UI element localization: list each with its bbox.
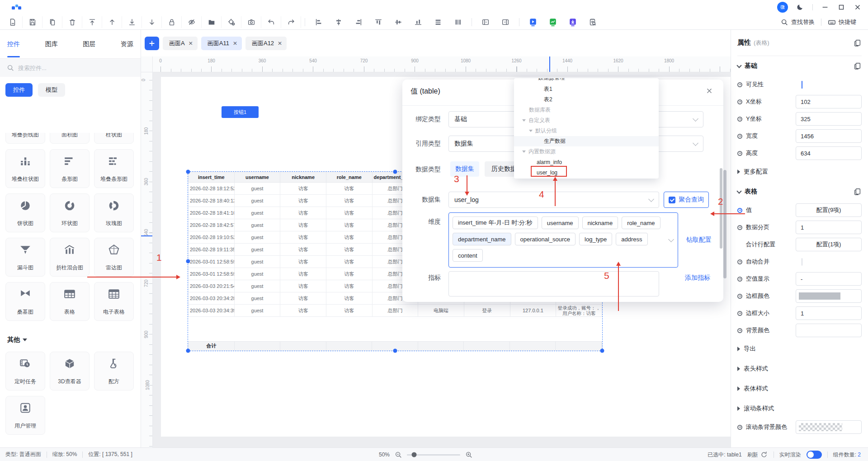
dimension-chip[interactable]: nickname <box>582 216 618 229</box>
minimize-icon[interactable] <box>821 3 829 11</box>
resize-handle[interactable] <box>600 349 604 353</box>
find-replace-button[interactable]: 查找替换 <box>774 18 821 26</box>
theme-moon-icon[interactable] <box>796 3 804 11</box>
widget-card-donut-chart[interactable]: 环状图 <box>50 193 90 232</box>
widget-list[interactable]: 堆叠折线图面积图柱状图堆叠柱状图条形图堆叠条形图饼状图环状图玫瑰图漏斗图折柱混合… <box>0 133 141 447</box>
resize-handle[interactable] <box>393 170 397 174</box>
add-screen-button[interactable] <box>145 37 159 50</box>
preview-badge-button[interactable] <box>523 16 543 28</box>
move-to-top-button[interactable] <box>82 16 102 28</box>
align-bottom-button[interactable] <box>408 16 428 28</box>
dimension-chip[interactable]: log_type <box>579 233 612 245</box>
tab-dataset[interactable]: 数据集 <box>450 161 479 177</box>
section-table-section[interactable]: 表格 <box>737 182 862 202</box>
tree-item-生产数据[interactable]: 生产数据 <box>514 136 659 146</box>
refresh-button[interactable]: 刷新 <box>747 451 768 459</box>
close-tab-icon[interactable]: ✕ <box>278 40 282 47</box>
widget-card-3d-viewer[interactable]: 3D查看器 <box>50 352 90 390</box>
delete-button[interactable] <box>62 16 82 28</box>
tree-item-表1[interactable]: 表1 <box>514 84 659 94</box>
visibility-checkbox[interactable] <box>802 81 802 89</box>
widget-card-spreadsheet[interactable]: 电子表格 <box>94 282 134 321</box>
height-input[interactable]: 634 <box>796 146 862 160</box>
align-right-button[interactable] <box>349 16 368 28</box>
section-export[interactable]: 导出 <box>737 339 862 359</box>
resource-add-button[interactable] <box>222 16 241 28</box>
dimension-chip[interactable]: role_name <box>622 216 660 229</box>
resize-handle[interactable] <box>393 349 397 353</box>
tree-item-内置数据源[interactable]: 内置数据源 <box>514 146 659 157</box>
tree-item-alarm_info[interactable]: alarm_info <box>514 157 659 167</box>
add-metric-link[interactable]: 添加指标 <box>685 274 710 282</box>
resize-handle[interactable] <box>186 349 190 353</box>
zoom-out-icon[interactable] <box>394 451 402 459</box>
background-color-input[interactable] <box>796 324 862 337</box>
scrollbar-bg-color-picker[interactable] <box>796 420 862 434</box>
metrics-field[interactable] <box>448 271 659 296</box>
zoom-slider[interactable] <box>407 454 460 456</box>
hide-button[interactable] <box>182 16 202 28</box>
dataset-select[interactable]: user_log <box>448 192 659 208</box>
close-tab-icon[interactable]: ✕ <box>189 40 193 47</box>
close-window-icon[interactable] <box>854 3 862 11</box>
align-center-horizontal-button[interactable] <box>388 16 408 28</box>
widget-card-rose-chart[interactable]: 玫瑰图 <box>94 193 134 232</box>
live-render-toggle[interactable] <box>807 451 822 459</box>
tree-item-默认分组[interactable]: 默认分组 <box>514 126 659 136</box>
value-button[interactable]: 配置(9项) <box>796 203 862 217</box>
widget-card-stacked-line-chart[interactable]: 堆叠折线图 <box>5 133 45 144</box>
sidebar-tab-控件[interactable]: 控件 <box>7 37 20 52</box>
section-body-style[interactable]: 表体样式 <box>737 379 862 399</box>
folder-button[interactable] <box>202 16 222 28</box>
widget-card-table-widget[interactable]: 表格 <box>50 282 90 321</box>
screen-tab-画面A[interactable]: 画面A✕ <box>163 37 198 50</box>
widget-card-timed-task[interactable]: 定时任务 <box>5 352 45 390</box>
close-tab-icon[interactable]: ✕ <box>233 40 237 47</box>
widget-card-area-chart[interactable]: 面积图 <box>50 133 90 144</box>
widget-card-bar-chart[interactable]: 条形图 <box>50 149 90 188</box>
dimension-chip[interactable]: content <box>453 249 483 262</box>
dimension-chip[interactable]: address <box>616 233 647 245</box>
screen-tab-画面A11[interactable]: 画面A11✕ <box>201 37 242 50</box>
empty-value-display-input[interactable]: - <box>796 272 862 286</box>
widget-card-user-management[interactable]: 用户管理 <box>5 396 45 435</box>
align-center-vertical-button[interactable] <box>329 16 349 28</box>
save-button[interactable] <box>23 16 42 28</box>
move-to-bottom-button[interactable] <box>122 16 142 28</box>
drill-config-link[interactable]: 钻取配置 <box>686 236 712 244</box>
lock-button[interactable] <box>162 16 182 28</box>
canvas-button-widget[interactable]: 按钮1 <box>222 106 259 118</box>
distribute-vertical-button[interactable] <box>448 16 468 28</box>
user-avatar[interactable]: 微 <box>777 2 788 13</box>
tree-item-user_log[interactable]: user_log <box>514 167 659 178</box>
section-header-style[interactable]: 表头样式 <box>737 359 862 379</box>
data-pagination-input[interactable]: 1 <box>796 221 862 234</box>
log-search-button[interactable] <box>583 16 603 28</box>
border-color-picker[interactable] <box>796 289 862 303</box>
tree-item-表2[interactable]: 表2 <box>514 94 659 105</box>
chart-badge-button[interactable] <box>543 16 563 28</box>
dimension-chip[interactable]: operational_source <box>515 233 576 245</box>
widget-section-header[interactable]: 其他 <box>5 334 134 346</box>
dimension-chip[interactable]: insert_time 年-月-日 时:分:秒 <box>453 216 538 229</box>
widget-card-pie-chart[interactable]: 饼状图 <box>5 193 45 232</box>
total-row-config-button[interactable]: 配置(1项) <box>796 238 862 251</box>
view-toggle-控件[interactable]: 控件 <box>5 83 33 97</box>
move-down-button[interactable] <box>142 16 162 28</box>
copy-config-icon[interactable] <box>854 39 862 47</box>
widget-card-funnel-chart[interactable]: 漏斗图 <box>5 238 45 277</box>
resize-handle[interactable] <box>186 259 190 263</box>
zoom-in-icon[interactable] <box>465 451 473 459</box>
import-badge-button[interactable] <box>563 16 583 28</box>
tree-item-数据库表[interactable]: 数据库表 <box>514 105 659 115</box>
copy-config-icon[interactable] <box>854 188 862 196</box>
dimensions-field[interactable]: insert_time 年-月-日 时:分:秒usernamenicknamer… <box>448 212 678 268</box>
undo-button[interactable] <box>261 16 281 28</box>
collapse-left-panel-button[interactable] <box>476 16 495 28</box>
collapse-right-panel-button[interactable] <box>495 16 515 28</box>
dialog-close-icon[interactable] <box>705 87 713 95</box>
aggregate-query-checkbox[interactable]: 聚合查询 <box>664 192 709 208</box>
auto-merge-checkbox[interactable] <box>802 258 802 266</box>
widget-card-stacked-column-chart[interactable]: 堆叠柱状图 <box>5 149 45 188</box>
screenshot-button[interactable] <box>241 16 261 28</box>
